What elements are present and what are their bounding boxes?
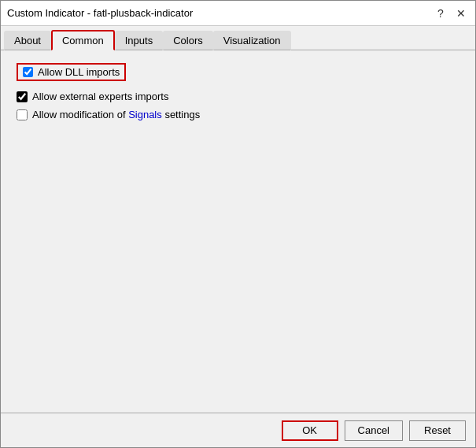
cancel-button[interactable]: Cancel [345,420,403,441]
allow-external-label[interactable]: Allow external experts imports [32,91,168,102]
title-bar-controls: ? ✕ [433,6,469,21]
close-button[interactable]: ✕ [453,6,469,21]
tab-about[interactable]: About [4,31,51,50]
tab-inputs[interactable]: Inputs [115,31,163,50]
window-title: Custom Indicator - fatl-plusback-indicat… [7,7,193,19]
signals-highlight: Signals [128,109,162,120]
main-window: Custom Indicator - fatl-plusback-indicat… [0,0,476,448]
reset-button[interactable]: Reset [409,420,466,441]
title-bar: Custom Indicator - fatl-plusback-indicat… [1,1,475,26]
external-experts-row: Allow external experts imports [17,91,459,102]
tab-visualization[interactable]: Visualization [213,31,291,50]
tab-common[interactable]: Common [51,30,115,50]
allow-external-checkbox[interactable] [17,91,28,102]
dll-imports-bordered-wrapper: Allow DLL imports [17,63,126,81]
tab-bar: About Common Inputs Colors Visualization [1,26,475,50]
allow-signals-label[interactable]: Allow modification of Signals settings [32,109,200,120]
allow-dll-label[interactable]: Allow DLL imports [38,66,120,78]
footer: OK Cancel Reset [1,413,475,447]
dll-imports-row: Allow DLL imports [17,63,459,86]
signals-settings-row: Allow modification of Signals settings [17,109,459,120]
content-area: Allow DLL imports Allow external experts… [1,50,475,413]
allow-dll-checkbox[interactable] [23,67,33,77]
help-button[interactable]: ? [433,6,448,21]
tab-colors[interactable]: Colors [163,31,213,50]
ok-button[interactable]: OK [282,420,338,441]
allow-signals-checkbox[interactable] [17,109,28,120]
